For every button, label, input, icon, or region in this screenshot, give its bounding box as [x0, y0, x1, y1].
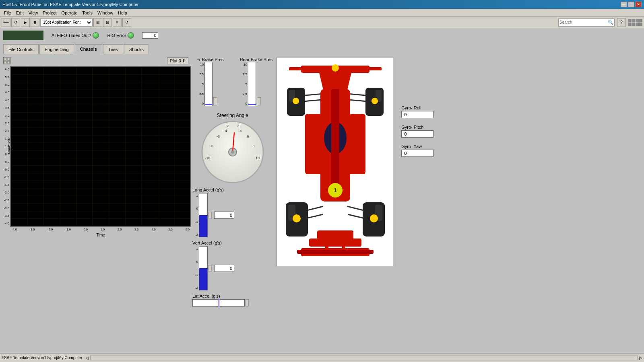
close-button[interactable]: ✕ — [635, 2, 642, 7]
plot-label: Plot 0 — [170, 58, 181, 63]
svg-text:-4: -4 — [224, 129, 227, 133]
lat-accel-row — [192, 299, 272, 306]
rio-led — [128, 32, 134, 39]
svg-rect-0 — [4, 58, 6, 60]
horizontal-scrollbar[interactable] — [90, 356, 638, 360]
lat-accel-section: Lat Accel (g's) — [192, 294, 272, 306]
svg-rect-39 — [349, 114, 365, 174]
toolbar-layout-btn[interactable]: ⊟ — [103, 18, 112, 27]
rear-brake-gauge-wrapper: 10 7.5 5 2.5 0 — [240, 62, 261, 106]
vert-accel-gauge: 1 0 -1 -2 — [192, 246, 212, 290]
svg-text:-10: -10 — [205, 156, 210, 160]
vert-accel-scrollbar[interactable] — [208, 246, 212, 290]
maximize-button[interactable]: □ — [628, 2, 634, 7]
svg-rect-40 — [331, 89, 339, 189]
vert-accel-gauge-bar — [199, 246, 208, 290]
svg-point-50 — [370, 214, 378, 222]
chart-resize-icon[interactable] — [3, 57, 10, 64]
svg-text:6: 6 — [247, 134, 249, 138]
tab-chassis[interactable]: Chassis — [75, 44, 102, 54]
toolbar-pause-btn[interactable]: ⏸ — [31, 18, 39, 27]
gyro-panel: Gyro- Roll 0 Gyro- Pitch 0 Gyro- Yaw 0 — [401, 57, 433, 157]
font-selector[interactable]: 15pt Application Font — [40, 19, 93, 27]
top-row: Fr Brake Pres 10 7.5 5 2.5 0 — [192, 57, 641, 306]
tab-shocks[interactable]: Shocks — [124, 44, 149, 54]
menu-file[interactable]: File — [2, 10, 14, 16]
menu-project[interactable]: Project — [40, 10, 59, 16]
svg-point-35 — [372, 98, 378, 104]
fifo-indicator: AI FIFO Timed Out? — [52, 32, 99, 39]
toolbar-back-btn[interactable]: ⟵ — [2, 18, 10, 27]
title-bar-text: Host1.vi Front Panel on FSAE Template Ve… — [2, 2, 139, 7]
svg-rect-2 — [4, 61, 6, 64]
menu-window[interactable]: Window — [95, 10, 116, 16]
svg-text:-6: -6 — [217, 134, 220, 138]
gyro-roll: Gyro- Roll 0 — [401, 105, 433, 118]
svg-rect-55 — [309, 239, 361, 247]
chart-container-wrapper: Amplitude — [10, 66, 191, 227]
fifo-led — [93, 32, 99, 39]
toolbar-run-btn[interactable]: ▶ — [21, 18, 30, 27]
search-input[interactable] — [559, 20, 608, 25]
svg-rect-24 — [367, 67, 382, 70]
car-svg: 1 — [277, 58, 393, 266]
long-accel-scrollbar[interactable] — [208, 193, 212, 237]
vert-accel-scale: 1 0 -1 -2 — [192, 246, 198, 290]
rear-brake-gauge-bar — [248, 62, 256, 106]
menu-bar: File Edit View Project Operate Tools Win… — [0, 9, 644, 17]
lat-accel-scrollbar[interactable] — [246, 299, 249, 306]
vert-accel-fill — [199, 268, 207, 290]
svg-text:10: 10 — [256, 156, 260, 160]
main-content: Plot 0 ⬆ 6.0 5.5 5.0 4.5 4.0 3.5 3.0 2.5… — [0, 54, 644, 353]
menu-help[interactable]: Help — [116, 10, 130, 16]
vert-accel-label: Vert Accel (g's) — [192, 241, 272, 245]
toolbar-arrow-btn[interactable]: ↺ — [122, 18, 131, 27]
gyro-yaw-value: 0 — [401, 150, 433, 157]
steering-gauge-container: -10 -8 -6 -4 -2 2 — [200, 120, 265, 184]
toolbar-refresh-btn[interactable]: ↺ — [11, 18, 20, 27]
tab-file-controls[interactable]: File Controls — [3, 44, 39, 54]
title-bar-controls: — □ ✕ — [621, 2, 642, 7]
svg-rect-58 — [325, 242, 328, 249]
vert-accel-value: 0 — [214, 265, 234, 272]
lat-accel-indicator — [219, 300, 219, 306]
chart-display[interactable] — [10, 66, 191, 227]
front-brake-scale: 10 7.5 5 2.5 0 — [196, 62, 204, 106]
rear-brake-scale: 10 7.5 5 2.5 0 — [240, 62, 247, 106]
menu-view[interactable]: View — [26, 10, 41, 16]
menu-edit[interactable]: Edit — [14, 10, 26, 16]
svg-point-49 — [293, 214, 301, 222]
rear-brake-scrollbar[interactable] — [257, 62, 261, 106]
long-accel-fill — [199, 215, 207, 237]
menu-tools[interactable]: Tools — [80, 10, 95, 16]
tab-engine-diag[interactable]: Engine Diag — [39, 44, 74, 54]
vert-accel-row: 1 0 -1 -2 0 — [192, 246, 272, 290]
svg-rect-23 — [289, 67, 303, 70]
front-brake-scrollbar[interactable] — [213, 62, 217, 106]
chart-col: Amplitude — [10, 66, 191, 237]
title-bar: Host1.vi Front Panel on FSAE Template Ve… — [0, 0, 644, 9]
long-accel-gauge-bar — [199, 193, 208, 237]
toolbar-zoom-btn[interactable]: ⊞ — [93, 18, 102, 27]
front-brake-indicator — [205, 104, 212, 105]
gyro-yaw-label: Gyro- Yaw — [401, 144, 433, 149]
svg-rect-59 — [342, 242, 345, 249]
minimize-button[interactable]: — — [621, 2, 627, 7]
steering-gauge-svg: -10 -8 -6 -4 -2 2 — [200, 120, 265, 184]
long-accel-section: Long Accel (g's) 1 0 -1 -2 — [192, 187, 272, 237]
rio-label: RIO Error — [107, 33, 126, 38]
svg-marker-25 — [319, 73, 351, 90]
toolbar-help-btn[interactable]: ? — [617, 18, 626, 27]
toolbar-align-btn[interactable]: ≡ — [113, 18, 122, 27]
lat-accel-hgauge — [192, 299, 245, 306]
plot-button[interactable]: Plot 0 ⬆ — [167, 58, 188, 64]
chart-area-wrapper: 6.0 5.5 5.0 4.5 4.0 3.5 3.0 2.5 2.0 1.5 … — [3, 66, 188, 237]
status-arrow: ◁ — [85, 356, 89, 360]
status-bar: FSAE Template Version1.lvproj/My Compute… — [0, 353, 644, 362]
indicator-bar: AI FIFO Timed Out? RIO Error 0 — [0, 28, 644, 43]
long-accel-scale: 1 0 -1 -2 — [192, 193, 198, 237]
instruments-col: Fr Brake Pres 10 7.5 5 2.5 0 — [192, 57, 272, 306]
menu-operate[interactable]: Operate — [59, 10, 80, 16]
tab-bar: File Controls Engine Diag Chassis Tires … — [0, 43, 644, 54]
tab-tires[interactable]: Tires — [103, 44, 123, 54]
